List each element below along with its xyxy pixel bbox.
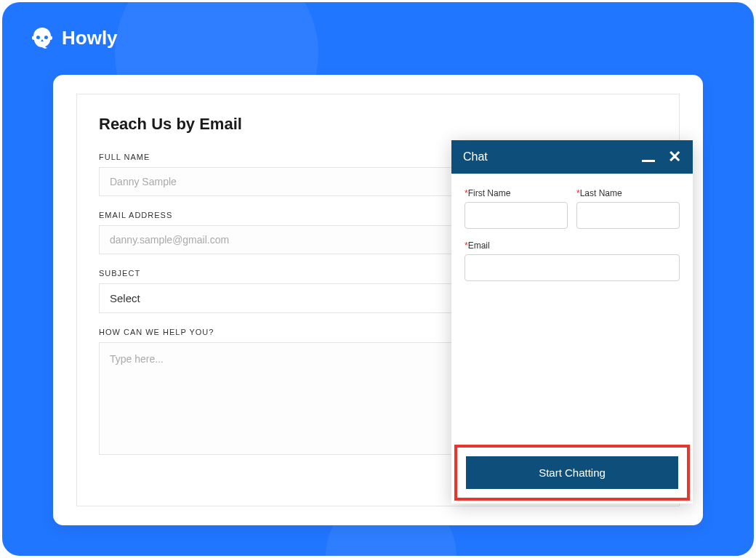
chat-lastname-label: *Last Name [576,188,680,198]
close-icon[interactable]: ✕ [668,149,681,165]
chat-firstname-label: *First Name [465,188,568,198]
chat-title: Chat [463,150,488,163]
form-title: Reach Us by Email [99,115,657,134]
chat-lastname-input[interactable] [576,202,680,229]
chat-footer-highlight: Start Chatting [454,445,690,501]
brand-logo: Howly [30,25,118,50]
main-panel: Howly Reach Us by Email FULL NAME EMAIL … [2,2,754,556]
minimize-icon[interactable] [642,160,655,162]
brand-name: Howly [62,27,118,49]
chat-email-label: *Email [465,240,680,251]
chat-header: Chat ✕ [451,140,693,174]
chat-firstname-input[interactable] [465,202,568,229]
svg-point-1 [45,36,47,39]
owl-icon [30,25,55,50]
chat-widget: Chat ✕ *First Name *Last Name *Email [451,140,693,504]
chat-body: *First Name *Last Name *Email [451,174,693,442]
chat-email-input[interactable] [465,254,680,281]
svg-point-0 [37,36,39,39]
start-chatting-button[interactable]: Start Chatting [466,456,678,489]
